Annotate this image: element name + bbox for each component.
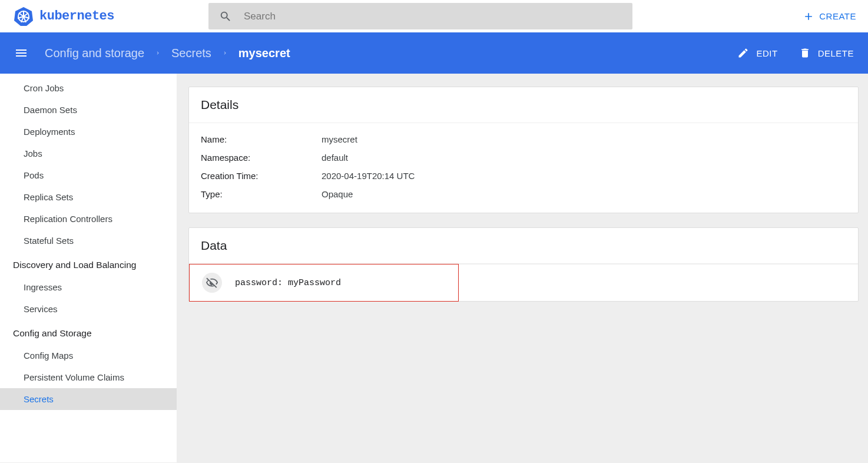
pencil-icon xyxy=(737,47,749,59)
menu-icon[interactable] xyxy=(14,46,28,60)
trash-icon xyxy=(799,47,811,59)
sidebar-item-jobs[interactable]: Jobs xyxy=(0,143,177,164)
sidebar-group-config: Config and Storage xyxy=(0,320,177,345)
brand-logo[interactable]: kubernetes xyxy=(14,6,114,27)
data-title: Data xyxy=(189,228,858,264)
chevron-right-icon xyxy=(155,48,161,58)
secret-value: myPassword xyxy=(288,278,341,288)
topbar: kubernetes CREATE xyxy=(0,0,868,32)
edit-button[interactable]: EDIT xyxy=(737,47,777,59)
detail-key: Namespace: xyxy=(201,153,322,163)
plus-icon xyxy=(803,11,814,22)
create-button[interactable]: CREATE xyxy=(803,11,856,22)
detail-val: Opaque xyxy=(322,189,353,199)
create-label: CREATE xyxy=(819,11,856,21)
svg-point-9 xyxy=(22,15,25,18)
detail-row-name: Name: mysecret xyxy=(201,130,846,148)
sidebar-item-cron-jobs[interactable]: Cron Jobs xyxy=(0,77,177,99)
detail-key: Creation Time: xyxy=(201,171,322,181)
crumb-config-storage[interactable]: Config and storage xyxy=(45,47,144,60)
eye-off-icon xyxy=(206,276,218,289)
sidebar-item-services[interactable]: Services xyxy=(0,298,177,320)
secret-key: password: xyxy=(235,278,283,288)
toggle-visibility-button[interactable] xyxy=(202,273,222,293)
detail-val: 2020-04-19T20:14 UTC xyxy=(322,171,415,181)
main-content: Details Name: mysecret Namespace: defaul… xyxy=(177,74,868,328)
breadcrumb-bar: Config and storage Secrets mysecret EDIT… xyxy=(0,32,868,74)
delete-button[interactable]: DELETE xyxy=(799,47,854,59)
search-box[interactable] xyxy=(208,3,632,29)
brand-text: kubernetes xyxy=(39,9,114,24)
secret-text: password: myPassword xyxy=(235,278,341,288)
detail-key: Type: xyxy=(201,189,322,199)
detail-key: Name: xyxy=(201,134,322,144)
sidebar-item-ingresses[interactable]: Ingresses xyxy=(0,276,177,298)
details-card: Details Name: mysecret Namespace: defaul… xyxy=(188,87,859,213)
kubernetes-logo-icon xyxy=(14,6,34,27)
detail-row-namespace: Namespace: default xyxy=(201,148,846,167)
detail-val: default xyxy=(322,153,348,163)
sidebar-group-discovery: Discovery and Load Balancing xyxy=(0,252,177,276)
sidebar: Cron Jobs Daemon Sets Deployments Jobs P… xyxy=(0,74,177,462)
sidebar-item-config-maps[interactable]: Config Maps xyxy=(0,345,177,366)
search-input[interactable] xyxy=(244,11,622,22)
crumb-secrets[interactable]: Secrets xyxy=(171,47,211,60)
detail-row-creation-time: Creation Time: 2020-04-19T20:14 UTC xyxy=(201,167,846,185)
breadcrumb: Config and storage Secrets mysecret xyxy=(45,47,290,60)
sidebar-item-daemon-sets[interactable]: Daemon Sets xyxy=(0,99,177,121)
sidebar-item-deployments[interactable]: Deployments xyxy=(0,121,177,143)
sidebar-item-pvc[interactable]: Persistent Volume Claims xyxy=(0,366,177,388)
data-card: Data password: myPassword xyxy=(188,227,859,302)
detail-val: mysecret xyxy=(322,134,357,144)
sidebar-item-replication-controllers[interactable]: Replication Controllers xyxy=(0,208,177,230)
chevron-right-icon xyxy=(222,48,228,58)
details-title: Details xyxy=(189,87,858,123)
sidebar-item-replica-sets[interactable]: Replica Sets xyxy=(0,186,177,208)
detail-row-type: Type: Opaque xyxy=(201,185,846,203)
crumb-current: mysecret xyxy=(238,47,290,60)
sidebar-item-secrets[interactable]: Secrets xyxy=(0,388,177,410)
sidebar-item-stateful-sets[interactable]: Stateful Sets xyxy=(0,230,177,252)
delete-label: DELETE xyxy=(818,48,854,58)
search-icon xyxy=(219,10,232,23)
edit-label: EDIT xyxy=(756,48,777,58)
sidebar-item-pods[interactable]: Pods xyxy=(0,164,177,186)
secret-entry: password: myPassword xyxy=(189,264,858,301)
